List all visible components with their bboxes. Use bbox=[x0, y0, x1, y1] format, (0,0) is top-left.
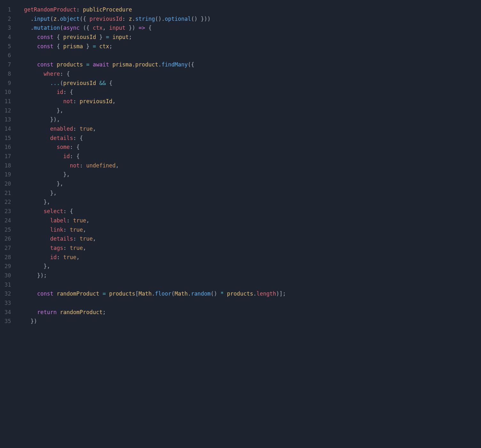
code-line[interactable] bbox=[17, 280, 481, 290]
line-number: 22 bbox=[4, 197, 11, 207]
code-line[interactable]: getRandomProduct: publicProcedure bbox=[17, 5, 481, 14]
line-number: 5 bbox=[4, 42, 11, 51]
code-token bbox=[53, 290, 57, 297]
code-line[interactable]: details: { bbox=[17, 134, 481, 143]
code-line[interactable]: details: true, bbox=[17, 234, 481, 243]
line-number: 11 bbox=[4, 97, 11, 106]
code-line[interactable]: where: { bbox=[17, 69, 481, 79]
code-line[interactable]: not: undefined, bbox=[17, 161, 481, 170]
code-token bbox=[17, 43, 37, 50]
code-token bbox=[83, 61, 86, 68]
code-line[interactable]: .mutation(async ({ ctx, input }) => { bbox=[17, 23, 481, 33]
line-number: 31 bbox=[4, 280, 11, 290]
code-token bbox=[17, 208, 43, 214]
code-token: previousId bbox=[63, 80, 96, 86]
code-token: : bbox=[122, 16, 129, 22]
code-token: { bbox=[106, 80, 112, 86]
code-token: . bbox=[253, 290, 256, 297]
code-line[interactable]: const { prisma } = ctx; bbox=[17, 42, 481, 51]
code-token: products bbox=[227, 290, 253, 297]
line-number: 29 bbox=[4, 262, 11, 271]
code-line[interactable]: }, bbox=[17, 189, 481, 198]
code-line[interactable]: ...(previousId && { bbox=[17, 79, 481, 88]
code-area[interactable]: getRandomProduct: publicProcedure .input… bbox=[17, 5, 481, 326]
code-token: }, bbox=[17, 190, 57, 196]
code-token: object bbox=[60, 16, 80, 22]
code-line[interactable]: }), bbox=[17, 115, 481, 124]
code-line[interactable]: }) bbox=[17, 317, 481, 326]
line-number: 28 bbox=[4, 253, 11, 262]
code-line[interactable]: const randomProduct = products[Math.floo… bbox=[17, 289, 481, 298]
code-token: input bbox=[109, 25, 125, 31]
code-token: , bbox=[103, 25, 109, 31]
code-token bbox=[17, 254, 50, 260]
code-line[interactable]: id: { bbox=[17, 152, 481, 161]
code-token: true bbox=[73, 217, 86, 224]
code-token: link bbox=[50, 227, 63, 233]
code-line[interactable]: }, bbox=[17, 262, 481, 271]
code-token: [ bbox=[135, 290, 138, 297]
code-token: }) bbox=[17, 318, 37, 324]
code-line[interactable]: .input(z.object({ previousId: z.string()… bbox=[17, 14, 481, 24]
code-token: ctx bbox=[99, 43, 109, 50]
code-token: : { bbox=[70, 144, 80, 150]
code-token: }, bbox=[17, 107, 63, 114]
code-token: . bbox=[132, 61, 135, 68]
code-token: enabled bbox=[50, 126, 73, 132]
code-line[interactable]: id: true, bbox=[17, 253, 481, 262]
code-line[interactable]: label: true, bbox=[17, 216, 481, 225]
code-line[interactable]: }, bbox=[17, 197, 481, 207]
line-number: 13 bbox=[4, 115, 11, 124]
code-line[interactable] bbox=[17, 51, 481, 60]
code-token: { bbox=[53, 43, 63, 50]
line-number: 24 bbox=[4, 216, 11, 225]
code-line[interactable]: id: { bbox=[17, 88, 481, 97]
code-line[interactable]: }, bbox=[17, 170, 481, 179]
code-token: }, bbox=[17, 171, 70, 178]
line-number: 34 bbox=[4, 308, 11, 317]
code-token: }, bbox=[17, 199, 50, 205]
code-editor[interactable]: 1234567891011121314151617181920212223242… bbox=[0, 5, 481, 326]
code-token: Math bbox=[175, 290, 188, 297]
code-token: } bbox=[96, 34, 106, 40]
code-token: select bbox=[43, 208, 63, 214]
code-line[interactable]: }, bbox=[17, 179, 481, 189]
code-token: length bbox=[256, 290, 276, 297]
code-token bbox=[17, 245, 50, 251]
code-token: ... bbox=[50, 80, 60, 86]
code-token: prisma bbox=[112, 61, 132, 68]
code-token: details bbox=[50, 236, 73, 242]
code-token: not bbox=[63, 98, 73, 104]
code-token: }, bbox=[17, 181, 63, 187]
code-line[interactable]: tags: true, bbox=[17, 243, 481, 253]
line-number: 4 bbox=[4, 33, 11, 42]
code-token: details bbox=[50, 135, 73, 141]
code-token: (). bbox=[155, 16, 165, 22]
code-line[interactable]: not: previousId, bbox=[17, 97, 481, 106]
code-token: ({ bbox=[188, 61, 194, 68]
code-token: }), bbox=[17, 116, 60, 123]
code-token: : { bbox=[73, 135, 83, 141]
code-line[interactable]: return randomProduct; bbox=[17, 308, 481, 317]
code-token: , bbox=[112, 98, 115, 104]
code-line[interactable]: select: { bbox=[17, 207, 481, 216]
code-token: product bbox=[135, 61, 158, 68]
code-line[interactable]: enabled: true, bbox=[17, 124, 481, 134]
code-line[interactable]: }); bbox=[17, 271, 481, 280]
code-line[interactable] bbox=[17, 298, 481, 308]
code-line[interactable]: const products = await prisma.product.fi… bbox=[17, 60, 481, 69]
code-line[interactable]: }, bbox=[17, 106, 481, 115]
code-token: id bbox=[50, 254, 57, 260]
code-token: mutation bbox=[34, 25, 60, 31]
code-token: const bbox=[37, 61, 53, 68]
code-line[interactable]: some: { bbox=[17, 143, 481, 152]
code-token: = bbox=[93, 43, 96, 50]
code-token: . bbox=[152, 290, 155, 297]
code-token: ; bbox=[129, 34, 132, 40]
code-token: optional bbox=[165, 16, 191, 22]
code-token: : bbox=[73, 98, 80, 104]
code-line[interactable]: link: true, bbox=[17, 225, 481, 235]
code-token: random bbox=[191, 290, 210, 297]
code-line[interactable]: const { previousId } = input; bbox=[17, 33, 481, 42]
line-number: 23 bbox=[4, 207, 11, 216]
